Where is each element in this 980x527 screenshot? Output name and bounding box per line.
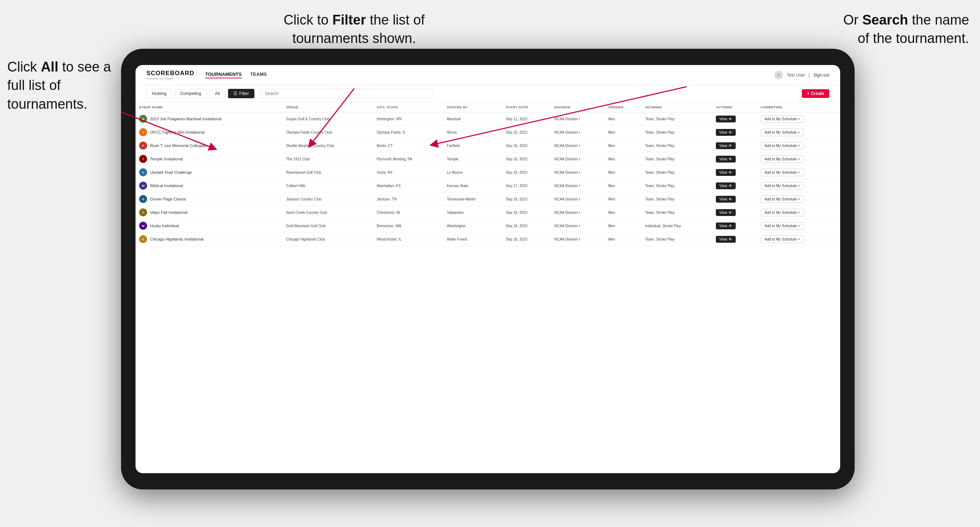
competing-cell-8: Add to My Schedule + (757, 219, 840, 233)
venue-cell-6: Jackson Country Club (282, 192, 373, 206)
hosted-by-cell-2: Fairfield (443, 139, 502, 152)
view-button-0[interactable]: View 👁 (716, 116, 736, 122)
annotation-left: Click All to see a full list of tourname… (7, 58, 119, 113)
venue-cell-7: Sand Creek Country Club (282, 206, 373, 219)
city-state-cell-5: Manhattan, KS (373, 179, 443, 192)
view-button-8[interactable]: View 👁 (716, 222, 736, 229)
view-button-7[interactable]: View 👁 (716, 209, 736, 216)
venue-cell-1: Olympia Fields Country Club (282, 126, 373, 139)
add-schedule-button-4[interactable]: Add to My Schedule + (760, 169, 804, 176)
nav-tournaments[interactable]: TOURNAMENTS (205, 71, 242, 78)
event-name-text-3: Temple Invitational (150, 157, 183, 161)
city-state-cell-8: Bremerton, WA (373, 219, 443, 233)
col-hosted-by: HOSTED BY (443, 102, 502, 112)
start-date-cell-6: Sep 18, 2023 (502, 192, 551, 206)
sign-out-link[interactable]: Sign out (813, 73, 829, 78)
add-schedule-button-2[interactable]: Add to My Schedule + (760, 142, 804, 149)
venue-cell-8: Gold Mountain Golf Club (282, 219, 373, 233)
navbar: SCOREBOARD Powered by clippd TOURNAMENTS… (135, 65, 840, 85)
eye-icon-5: 👁 (729, 184, 732, 188)
col-division: DIVISION (551, 102, 605, 112)
add-schedule-button-3[interactable]: Add to My Schedule + (760, 155, 804, 163)
scoring-cell-1: Team, Stroke Play (641, 126, 712, 139)
table-row: F Ryan T. Lee Memorial Collegiate Shuttl… (135, 139, 840, 152)
filter-button[interactable]: ☰ Filter (228, 89, 255, 98)
add-schedule-button-1[interactable]: Add to My Schedule + (760, 129, 804, 136)
table-row: T Temple Invitational The 1912 Club Plym… (135, 152, 840, 166)
start-date-cell-9: Sep 18, 2023 (502, 233, 551, 246)
city-state-cell-6: Jackson, TN (373, 192, 443, 206)
col-scoring: SCORING (641, 102, 712, 112)
event-name-text-1: OFCC Fighting Illini Invitational (150, 130, 205, 134)
tab-all[interactable]: All (210, 89, 225, 98)
scoring-cell-3: Team, Stroke Play (641, 152, 712, 166)
event-name-cell-2: F Ryan T. Lee Memorial Collegiate (135, 139, 282, 152)
add-schedule-button-5[interactable]: Add to My Schedule + (760, 182, 804, 190)
hosted-by-cell-8: Washington (443, 219, 502, 233)
add-schedule-button-8[interactable]: Add to My Schedule + (760, 222, 804, 230)
division-cell-0: NCAA Division I (551, 112, 605, 126)
team-logo-0: M (139, 115, 147, 123)
gender-cell-5: Men (605, 179, 642, 192)
tab-hosting[interactable]: Hosting (146, 89, 172, 98)
add-schedule-button-7[interactable]: Add to My Schedule + (760, 209, 804, 216)
view-button-2[interactable]: View 👁 (716, 142, 736, 149)
actions-cell-6: View 👁 (712, 192, 757, 206)
scoring-cell-8: Individual, Stroke Play (641, 219, 712, 233)
scoring-cell-4: Team, Stroke Play (641, 166, 712, 179)
event-name-cell-7: V Valpo Fall Invitational (135, 206, 282, 219)
view-button-4[interactable]: View 👁 (716, 169, 736, 176)
annotation-right: Or Search the name of the tournament. (832, 11, 969, 48)
start-date-cell-3: Sep 16, 2023 (502, 152, 551, 166)
division-cell-3: NCAA Division I (551, 152, 605, 166)
eye-icon-2: 👁 (729, 144, 732, 148)
venue-cell-9: Chicago Highlands Club (282, 233, 373, 246)
team-logo-5: W (139, 182, 147, 190)
view-button-6[interactable]: View 👁 (716, 196, 736, 203)
team-logo-6: G (139, 195, 147, 203)
event-name-text-8: Husky Individual (150, 224, 179, 228)
view-button-1[interactable]: View 👁 (716, 129, 736, 136)
view-button-3[interactable]: View 👁 (716, 156, 736, 162)
gender-cell-6: Men (605, 192, 642, 206)
city-state-cell-0: Huntington, WV (373, 112, 443, 126)
tablet-screen: SCOREBOARD Powered by clippd TOURNAMENTS… (135, 65, 840, 473)
tab-competing[interactable]: Competing (175, 89, 207, 98)
table-row: W Husky Individual Gold Mountain Golf Cl… (135, 219, 840, 233)
nav-links: TOURNAMENTS TEAMS (205, 71, 267, 78)
event-name-text-2: Ryan T. Lee Memorial Collegiate (150, 143, 207, 148)
eye-icon-9: 👁 (729, 237, 732, 241)
actions-cell-4: View 👁 (712, 166, 757, 179)
team-logo-8: W (139, 222, 147, 230)
separator: | (809, 73, 810, 78)
city-state-cell-7: Chesterton, IN (373, 206, 443, 219)
col-venue: VENUE (282, 102, 373, 112)
division-cell-1: NCAA Division I (551, 126, 605, 139)
view-button-5[interactable]: View 👁 (716, 183, 736, 189)
division-cell-7: NCAA Division I (551, 206, 605, 219)
add-schedule-button-6[interactable]: Add to My Schedule + (760, 195, 804, 203)
venue-cell-2: Shuttle Meadow Country Club (282, 139, 373, 152)
add-schedule-button-9[interactable]: Add to My Schedule + (760, 235, 804, 243)
division-cell-6: NCAA Division I (551, 192, 605, 206)
search-input[interactable] (260, 89, 434, 98)
logo-text: SCOREBOARD (146, 70, 194, 77)
start-date-cell-4: Sep 16, 2023 (502, 166, 551, 179)
event-name-cell-1: I OFCC Fighting Illini Invitational (135, 126, 282, 139)
navbar-left: SCOREBOARD Powered by clippd TOURNAMENTS… (146, 70, 267, 80)
nav-teams[interactable]: TEAMS (250, 71, 267, 78)
team-logo-1: I (139, 128, 147, 136)
navbar-right: U Test User | Sign out (775, 71, 829, 79)
gender-cell-3: Men (605, 152, 642, 166)
view-button-9[interactable]: View 👁 (716, 236, 736, 243)
start-date-cell-5: Sep 17, 2023 (502, 179, 551, 192)
event-name-cell-4: U Upstate Dual Challenge (135, 166, 282, 179)
create-button[interactable]: + Create (802, 89, 829, 98)
event-name-text-6: Grover Page Classic (150, 197, 186, 201)
logo-area: SCOREBOARD Powered by clippd (146, 70, 194, 80)
event-name-cell-8: W Husky Individual (135, 219, 282, 233)
competing-cell-9: Add to My Schedule + (757, 233, 840, 246)
eye-icon-1: 👁 (729, 130, 732, 134)
add-schedule-button-0[interactable]: Add to My Schedule + (760, 115, 804, 123)
table-row: C Chicago Highlands Invitational Chicago… (135, 233, 840, 246)
